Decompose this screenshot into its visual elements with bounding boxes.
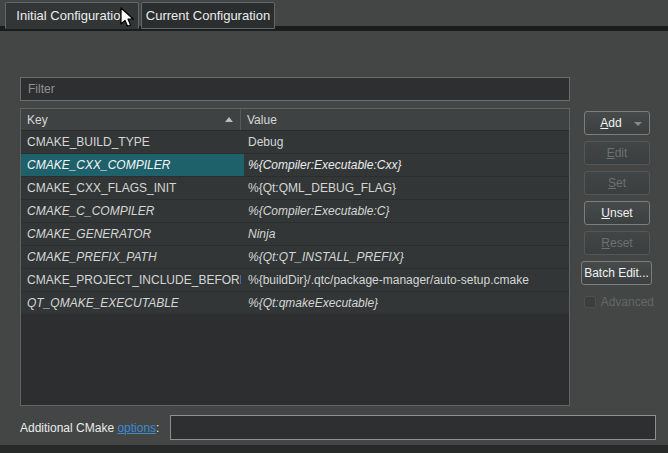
- column-header-key[interactable]: Key: [21, 109, 241, 130]
- window-bottom-edge: [0, 445, 668, 453]
- cmake-variables-table: Key Value CMAKE_BUILD_TYPE Debug CMAKE_C…: [20, 108, 570, 406]
- table-row-selected[interactable]: CMAKE_CXX_COMPILER %{Compiler:Executable…: [21, 154, 569, 177]
- table-row[interactable]: CMAKE_PREFIX_PATH %{Qt:QT_INSTALL_PREFIX…: [21, 246, 569, 269]
- row-value[interactable]: %{Qt:QML_DEBUG_FLAG}: [241, 177, 569, 199]
- checkbox-icon: [584, 296, 596, 308]
- filter-input[interactable]: [20, 77, 570, 101]
- row-key[interactable]: CMAKE_PROJECT_INCLUDE_BEFORE: [21, 269, 241, 291]
- table-row[interactable]: QT_QMAKE_EXECUTABLE %{Qt:qmakeExecutable…: [21, 292, 569, 315]
- row-value[interactable]: %{Qt:QT_INSTALL_PREFIX}: [241, 246, 569, 268]
- additional-cmake-options-input[interactable]: [170, 415, 656, 440]
- options-link[interactable]: options: [117, 421, 156, 435]
- table-row[interactable]: CMAKE_GENERATOR Ninja: [21, 223, 569, 246]
- advanced-label: Advanced: [601, 295, 654, 309]
- tab-initial-configuration[interactable]: Initial Configuration: [5, 2, 139, 29]
- row-key[interactable]: QT_QMAKE_EXECUTABLE: [21, 292, 241, 314]
- edit-button[interactable]: Edit: [584, 141, 650, 165]
- row-value[interactable]: Debug: [241, 131, 569, 153]
- column-header-value[interactable]: Value: [241, 109, 569, 130]
- configuration-panel: Key Value CMAKE_BUILD_TYPE Debug CMAKE_C…: [0, 31, 668, 453]
- row-key[interactable]: CMAKE_PREFIX_PATH: [21, 246, 241, 268]
- batch-edit-button[interactable]: Batch Edit...: [581, 261, 652, 285]
- row-value[interactable]: %{Qt:qmakeExecutable}: [241, 292, 569, 314]
- table-row[interactable]: CMAKE_PROJECT_INCLUDE_BEFORE %{buildDir}…: [21, 269, 569, 292]
- row-value[interactable]: %{Compiler:Executable:C}: [241, 200, 569, 222]
- tab-label: Current Configuration: [146, 8, 270, 23]
- row-key[interactable]: CMAKE_C_COMPILER: [21, 200, 241, 222]
- add-button[interactable]: Add: [584, 111, 650, 135]
- set-button[interactable]: Set: [584, 171, 650, 195]
- tab-current-configuration[interactable]: Current Configuration: [141, 2, 275, 29]
- advanced-checkbox[interactable]: Advanced: [584, 295, 654, 309]
- table-row[interactable]: CMAKE_CXX_FLAGS_INIT %{Qt:QML_DEBUG_FLAG…: [21, 177, 569, 200]
- table-row[interactable]: CMAKE_BUILD_TYPE Debug: [21, 131, 569, 154]
- tab-bar: Initial Configuration Current Configurat…: [0, 0, 668, 31]
- sort-ascending-icon: [225, 117, 233, 122]
- tab-label: Initial Configuration: [16, 8, 127, 23]
- row-value[interactable]: %{Compiler:Executable:Cxx}: [241, 154, 569, 176]
- row-key[interactable]: CMAKE_BUILD_TYPE: [21, 131, 241, 153]
- dropdown-arrow-icon: [634, 122, 642, 126]
- row-key[interactable]: CMAKE_CXX_COMPILER: [21, 154, 241, 176]
- table-row[interactable]: CMAKE_C_COMPILER %{Compiler:Executable:C…: [21, 200, 569, 223]
- table-header: Key Value: [21, 109, 569, 131]
- reset-button[interactable]: Reset: [584, 231, 650, 255]
- row-key[interactable]: CMAKE_GENERATOR: [21, 223, 241, 245]
- additional-cmake-options-label: Additional CMake options:: [20, 421, 159, 435]
- row-key[interactable]: CMAKE_CXX_FLAGS_INIT: [21, 177, 241, 199]
- row-value[interactable]: Ninja: [241, 223, 569, 245]
- row-value[interactable]: %{buildDir}/.qtc/package-manager/auto-se…: [241, 269, 569, 291]
- unset-button[interactable]: Unset: [584, 201, 650, 225]
